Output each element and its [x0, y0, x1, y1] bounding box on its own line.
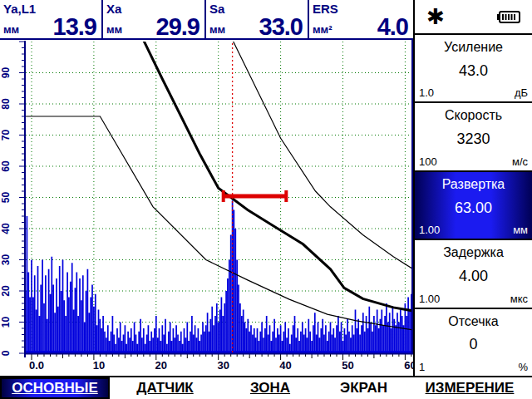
menu-tab-label: ЗОНА — [250, 380, 290, 397]
param-delay[interactable]: Задержка 4.00 1.00мкс — [415, 239, 532, 307]
svg-text:70: 70 — [0, 130, 12, 141]
measurement-value: 13.9 — [53, 13, 96, 41]
svg-text:50: 50 — [342, 359, 353, 372]
param-step: 1.00 — [419, 293, 440, 305]
menu-tab-probe[interactable]: ДАТЧИК — [110, 377, 220, 399]
measurement-value: 4.0 — [377, 13, 408, 41]
menu-tab-label: ЭКРАН — [340, 380, 387, 397]
menu-tab-zone[interactable]: ЗОНА — [220, 377, 320, 399]
svg-text:30: 30 — [217, 359, 229, 372]
svg-text:20: 20 — [0, 285, 12, 297]
svg-text:60: 60 — [0, 160, 12, 172]
a-scan-display: 0.01020304050600102030405060708090 — [0, 40, 416, 376]
param-value: 0 — [419, 336, 528, 353]
svg-text:0.0: 0.0 — [29, 359, 44, 372]
svg-text:20: 20 — [155, 359, 167, 372]
menu-tab-main[interactable]: ОСНОВНЫЕ — [0, 377, 110, 399]
svg-text:30: 30 — [0, 254, 12, 266]
status-icon-row: ✱ — [415, 0, 532, 33]
param-title: Задержка — [419, 245, 528, 260]
svg-text:10: 10 — [93, 359, 105, 372]
measurement-sa: Sa мм 33.0 — [206, 0, 309, 38]
param-gain[interactable]: Усиление 43.0 1.0дБ — [415, 33, 532, 101]
param-unit: % — [518, 361, 528, 373]
param-title: Развертка — [419, 177, 528, 192]
param-value: 63.00 — [419, 200, 528, 217]
param-reject[interactable]: Отсечка 0 1% — [415, 308, 532, 376]
parameter-sidebar: ✱ Усиление 43.0 1.0дБ Скорость 3230 100м… — [413, 0, 532, 376]
measurement-ers: ERS мм² 4.0 — [309, 0, 413, 38]
param-step: 1 — [419, 361, 425, 373]
svg-text:0: 0 — [0, 350, 12, 356]
svg-text:50: 50 — [0, 192, 12, 204]
measurement-label: Sa — [209, 2, 224, 16]
measurement-label: ERS — [313, 2, 338, 16]
param-unit: мм — [513, 224, 528, 236]
svg-text:10: 10 — [0, 317, 12, 328]
svg-text:40: 40 — [0, 223, 12, 234]
param-step: 1.00 — [419, 224, 440, 236]
measurement-value: 33.0 — [259, 13, 303, 41]
measurement-bar: Ya,L1 мм 13.9 Xa мм 29.9 Sa мм 33.0 ERS … — [0, 0, 413, 40]
param-unit: мкс — [510, 293, 528, 305]
param-title: Скорость — [419, 108, 528, 123]
menu-tab-label: ДАТЧИК — [136, 380, 193, 397]
svg-text:40: 40 — [279, 359, 291, 372]
param-value: 4.00 — [419, 268, 528, 285]
menu-tab-measure[interactable]: ИЗМЕРЕНИЕ — [407, 377, 532, 399]
a-scan-plot: 0.01020304050600102030405060708090 — [0, 40, 416, 376]
freeze-icon: ✱ — [426, 6, 445, 27]
param-unit: дБ — [515, 86, 528, 99]
measurement-unit: мм — [209, 23, 225, 36]
measurement-label: Xa — [106, 2, 121, 16]
param-step: 100 — [419, 155, 437, 168]
measurement-unit: мм — [106, 23, 122, 36]
flaw-detector-screen: Ya,L1 мм 13.9 Xa мм 29.9 Sa мм 33.0 ERS … — [0, 0, 532, 399]
param-unit: м/с — [512, 155, 528, 168]
param-step: 1.0 — [419, 86, 434, 99]
measurement-value: 29.9 — [156, 13, 200, 41]
measurement-unit: мм² — [313, 23, 332, 36]
param-value: 43.0 — [419, 62, 528, 80]
battery-icon — [497, 11, 520, 23]
measurement-xa: Xa мм 29.9 — [103, 0, 206, 38]
param-range[interactable]: Развертка 63.00 1.00мм — [415, 170, 532, 239]
bottom-menu: ОСНОВНЫЕ ДАТЧИК ЗОНА ЭКРАН ИЗМЕРЕНИЕ — [0, 376, 532, 399]
measurement-label: Ya,L1 — [3, 2, 36, 16]
param-title: Отсечка — [419, 314, 528, 329]
measurement-unit: мм — [3, 23, 19, 36]
param-velocity[interactable]: Скорость 3230 100м/с — [415, 101, 532, 170]
menu-tab-label: ОСНОВНЫЕ — [12, 380, 98, 397]
param-value: 3230 — [419, 131, 528, 148]
menu-tab-label: ИЗМЕРЕНИЕ — [426, 380, 515, 397]
svg-text:90: 90 — [0, 67, 12, 79]
svg-text:80: 80 — [0, 98, 12, 110]
param-title: Усиление — [419, 40, 528, 55]
menu-tab-screen[interactable]: ЭКРАН — [320, 377, 407, 399]
measurement-ya: Ya,L1 мм 13.9 — [0, 0, 103, 38]
